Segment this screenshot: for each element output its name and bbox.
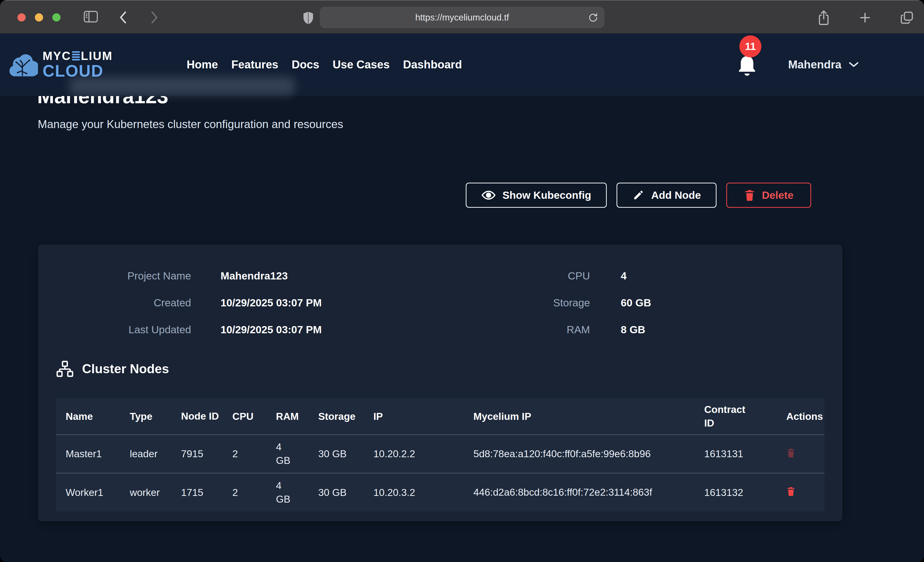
browser-window: https://myceliumcloud.tf — [0, 0, 924, 562]
info-label: Last Updated — [56, 324, 191, 336]
add-node-label: Add Node — [651, 189, 701, 201]
cell-node-id: 7915 — [171, 435, 223, 473]
cell-storage: 30 GB — [309, 435, 364, 473]
cell-storage: 30 GB — [309, 473, 364, 511]
col-name: Name — [56, 398, 120, 435]
info-value: 8 GB — [621, 324, 825, 336]
logo-e-icon — [72, 51, 80, 60]
notification-badge: 11 — [740, 35, 761, 57]
cell-name: Worker1 — [56, 473, 120, 511]
nav-link-use-cases[interactable]: Use Cases — [333, 58, 390, 71]
forward-icon[interactable] — [147, 10, 161, 25]
chrome-toolbar-right — [817, 10, 914, 25]
nav-link-home[interactable]: Home — [187, 58, 218, 71]
nav-link-docs[interactable]: Docs — [292, 58, 319, 71]
sidebar-toggle-icon[interactable] — [83, 10, 98, 23]
cell-cpu: 2 — [223, 435, 266, 473]
info-row-cpu: CPU 4 — [440, 270, 825, 282]
cell-type: leader — [120, 435, 171, 473]
cluster-actions: Show Kubeconfig Add Node Delete — [466, 182, 811, 208]
logo[interactable]: MYCLIUM CLOUD — [8, 50, 113, 79]
info-label: Storage — [440, 297, 590, 309]
cell-cpu: 2 — [223, 473, 266, 511]
cell-type: worker — [120, 473, 171, 511]
col-type: Type — [120, 398, 171, 435]
user-menu[interactable]: Mahendra — [788, 58, 860, 71]
add-node-button[interactable]: Add Node — [616, 182, 717, 208]
cell-name: Master1 — [56, 435, 120, 473]
info-value: 60 GB — [621, 297, 825, 309]
col-node-id: Node ID — [171, 398, 223, 435]
col-cpu: CPU — [223, 398, 266, 435]
pencil-icon — [632, 189, 645, 201]
cell-actions — [777, 435, 825, 473]
reload-icon[interactable] — [588, 12, 599, 24]
nav-link-features[interactable]: Features — [231, 58, 278, 71]
cluster-info-left: Project Name Mahendra123 Created 10/29/2… — [56, 263, 440, 343]
cell-mycelium-ip: 5d8:78ea:a120:f40c:ff0f:a5fe:99e6:8b96 — [464, 435, 694, 473]
cluster-nodes-header: Cluster Nodes — [56, 360, 169, 377]
info-row-storage: Storage 60 GB — [440, 297, 825, 309]
close-window-button[interactable] — [18, 13, 26, 21]
delete-label: Delete — [762, 189, 794, 201]
nav-links: Home Features Docs Use Cases Dashboard — [187, 58, 462, 71]
delete-node-button[interactable] — [786, 486, 795, 497]
zoom-window-button[interactable] — [52, 13, 60, 21]
cell-ram: 4 GB — [266, 435, 309, 473]
delete-cluster-button[interactable]: Delete — [726, 182, 811, 208]
navbar-blur-overlay — [69, 77, 295, 95]
user-name: Mahendra — [788, 58, 842, 71]
cell-mycelium-ip: 446:d2a6:8bcd:8c16:ff0f:72e2:3114:863f — [464, 473, 694, 511]
cell-ip: 10.20.3.2 — [364, 473, 464, 511]
cluster-nodes-icon — [56, 360, 74, 377]
back-icon[interactable] — [117, 10, 130, 25]
info-value: 10/29/2025 03:07 PM — [220, 324, 440, 336]
info-row-project-name: Project Name Mahendra123 — [56, 270, 440, 282]
col-mycelium-ip: Mycelium IP — [464, 398, 694, 435]
info-label: Created — [56, 297, 191, 309]
trash-icon — [744, 189, 755, 201]
cell-node-id: 1715 — [171, 473, 223, 511]
share-icon[interactable] — [817, 10, 831, 25]
nodes-table: Name Type Node ID CPU RAM Storage IP Myc… — [56, 398, 825, 511]
privacy-shield-icon[interactable] — [302, 11, 314, 25]
tab-overview-icon[interactable] — [899, 10, 914, 25]
traffic-lights — [18, 13, 60, 21]
cell-ram: 4 GB — [266, 473, 309, 511]
navbar: MYCLIUM CLOUD Home Features Docs Use Cas… — [0, 33, 924, 96]
info-row-last-updated: Last Updated 10/29/2025 03:07 PM — [56, 324, 440, 336]
col-ram: RAM — [266, 398, 309, 435]
info-label: Project Name — [56, 270, 191, 282]
delete-node-button[interactable] — [786, 447, 795, 458]
col-actions: Actions — [777, 398, 825, 435]
table-header-row: Name Type Node ID CPU RAM Storage IP Myc… — [56, 398, 825, 435]
info-row-ram: RAM 8 GB — [440, 324, 825, 336]
cluster-info: Project Name Mahendra123 Created 10/29/2… — [56, 263, 825, 343]
col-ip: IP — [364, 398, 464, 435]
new-tab-icon[interactable] — [858, 10, 872, 25]
cell-ip: 10.20.2.2 — [364, 435, 464, 473]
chevron-down-icon — [848, 61, 860, 69]
page-content: Mahendra123 — [0, 33, 924, 562]
notifications-button[interactable]: 11 — [736, 52, 758, 77]
cluster-nodes-title: Cluster Nodes — [82, 362, 169, 376]
show-kubeconfig-label: Show Kubeconfig — [502, 189, 591, 201]
minimize-window-button[interactable] — [35, 13, 43, 21]
nav-link-dashboard[interactable]: Dashboard — [403, 58, 462, 71]
mycelium-cloud-logo-icon — [8, 50, 38, 79]
info-label: RAM — [440, 324, 590, 336]
info-row-created: Created 10/29/2025 03:07 PM — [56, 297, 440, 309]
nav-right: 11 Mahendra — [736, 52, 860, 77]
cell-contract-id: 1613131 — [694, 435, 777, 473]
info-value: 10/29/2025 03:07 PM — [220, 297, 440, 309]
cell-actions — [777, 473, 825, 511]
cluster-card: Project Name Mahendra123 Created 10/29/2… — [38, 245, 843, 521]
url-text: https://myceliumcloud.tf — [415, 12, 509, 22]
address-bar[interactable]: https://myceliumcloud.tf — [320, 7, 604, 28]
col-contract-id: Contract ID — [694, 398, 777, 435]
col-storage: Storage — [309, 398, 364, 435]
show-kubeconfig-button[interactable]: Show Kubeconfig — [466, 182, 607, 208]
logo-text: MYCLIUM CLOUD — [43, 50, 113, 79]
eye-icon — [482, 189, 496, 201]
logo-line-mycelium: MYCLIUM — [43, 50, 113, 62]
